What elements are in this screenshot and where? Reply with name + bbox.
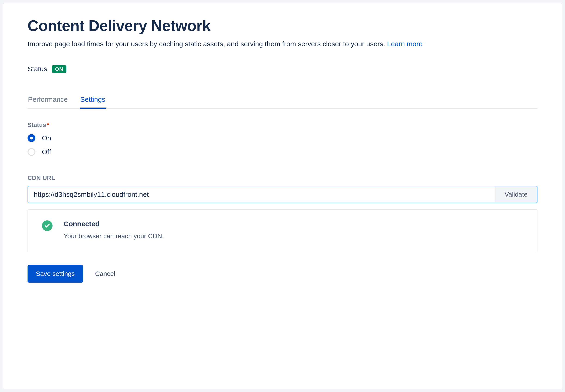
radio-on-label: On (42, 134, 51, 142)
validate-button[interactable]: Validate (495, 186, 537, 203)
radio-off-label: Off (42, 148, 51, 156)
status-row: Status ON (28, 65, 537, 73)
status-badge: ON (52, 65, 66, 73)
save-settings-button[interactable]: Save settings (28, 265, 83, 283)
radio-option-on[interactable]: On (28, 134, 537, 142)
tabs: Performance Settings (28, 95, 537, 109)
radio-option-off[interactable]: Off (28, 148, 537, 156)
form-buttons: Save settings Cancel (28, 265, 537, 283)
page-title: Content Delivery Network (28, 17, 537, 35)
radio-off-indicator (28, 148, 35, 156)
cdn-url-input[interactable] (28, 186, 495, 203)
learn-more-link[interactable]: Learn more (387, 40, 423, 48)
connection-status-panel: Connected Your browser can reach your CD… (28, 209, 537, 252)
status-field-label-text: Status (28, 121, 46, 128)
cancel-button[interactable]: Cancel (95, 270, 115, 278)
required-indicator: * (47, 121, 49, 128)
cdn-url-label: CDN URL (28, 174, 537, 182)
tab-performance[interactable]: Performance (28, 96, 68, 109)
connection-title: Connected (64, 220, 164, 228)
form-section: Status* On Off CDN URL Validate (28, 121, 537, 283)
status-label: Status (28, 65, 47, 73)
radio-on-indicator (28, 134, 35, 142)
settings-card: Content Delivery Network Improve page lo… (3, 3, 562, 389)
connection-text: Connected Your browser can reach your CD… (64, 220, 164, 240)
page-description: Improve page load times for your users b… (28, 39, 513, 49)
tab-settings[interactable]: Settings (80, 96, 106, 109)
status-radio-group: On Off (28, 134, 537, 156)
description-text: Improve page load times for your users b… (28, 40, 387, 48)
connection-message: Your browser can reach your CDN. (64, 232, 164, 240)
check-circle-icon (42, 220, 53, 231)
cdn-url-input-wrap: Validate (28, 186, 537, 203)
status-field-label: Status* (28, 121, 537, 129)
